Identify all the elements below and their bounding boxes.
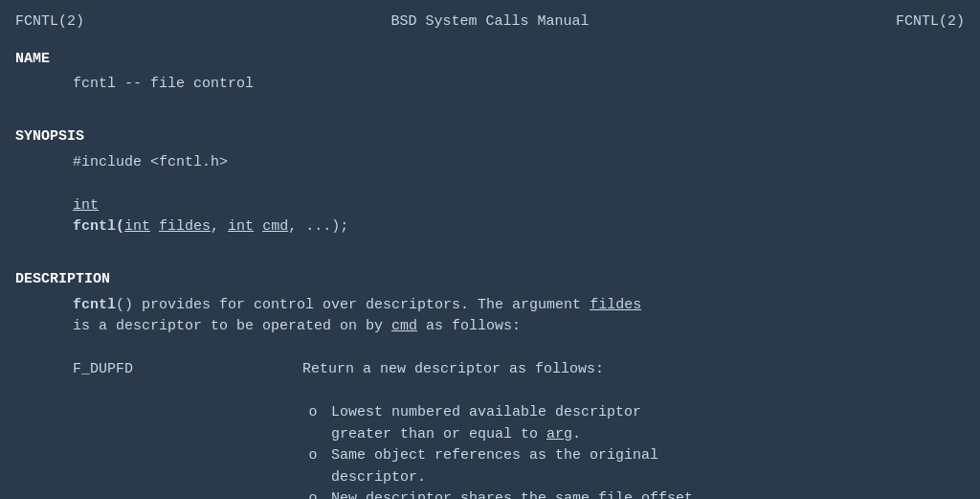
bullet-2-text2: descriptor.: [331, 467, 426, 489]
bullet-2: o Same object references as the original…: [302, 445, 965, 488]
synopsis-label: SYNOPSIS: [15, 126, 965, 148]
bullet-3: o New descriptor shares the same file of…: [302, 488, 965, 499]
header-left: FCNTL(2): [15, 11, 84, 34]
name-content: fcntl -- file control: [73, 74, 965, 96]
bullet-3-marker: o: [302, 488, 331, 499]
f-dupfd-desc: Return a new descriptor as follows:: [302, 359, 604, 381]
f-dupfd-label: F_DUPFD: [73, 359, 302, 381]
bullet-1-marker: o: [302, 402, 331, 424]
bullet-2-line1: o Same object references as the original: [302, 445, 965, 467]
name-label: NAME: [15, 49, 965, 71]
manual-header: FCNTL(2) BSD System Calls Manual FCNTL(2…: [15, 11, 965, 34]
bullet-1-arg: arg: [546, 426, 572, 442]
bullet-1-text1: Lowest numbered available descriptor: [331, 402, 641, 424]
bullet-3-line1: o New descriptor shares the same file of…: [302, 488, 965, 499]
bullet-2-line2: descriptor.: [302, 467, 965, 489]
description-line2: is a descriptor to be operated on by cmd…: [73, 316, 965, 338]
bullet-1-text2: greater than or equal to arg.: [331, 424, 581, 446]
bullet-1-line2: greater than or equal to arg.: [302, 424, 965, 446]
bullet-3-text1: New descriptor shares the same file offs…: [331, 488, 693, 499]
f-dupfd-row: F_DUPFD Return a new descriptor as follo…: [73, 359, 965, 381]
description-section: DESCRIPTION fcntl() provides for control…: [15, 269, 965, 499]
synopsis-return-type: int: [73, 195, 965, 217]
bullet-2-marker: o: [302, 445, 331, 467]
synopsis-include: #include <fcntl.h>: [73, 152, 965, 174]
bullet-1-line1: o Lowest numbered available descriptor: [302, 402, 965, 424]
name-section: NAME fcntl -- file control: [15, 49, 965, 96]
description-line1: fcntl() provides for control over descri…: [73, 295, 965, 317]
header-center: BSD System Calls Manual: [390, 11, 589, 34]
description-label: DESCRIPTION: [15, 269, 965, 291]
bullet-2-text1: Same object references as the original: [331, 445, 658, 467]
synopsis-signature: fcntl(int fildes, int cmd, ...);: [73, 216, 965, 238]
header-right: FCNTL(2): [896, 11, 965, 34]
synopsis-section: SYNOPSIS #include <fcntl.h> int fcntl(in…: [15, 126, 965, 238]
bullet-1: o Lowest numbered available descriptor g…: [302, 402, 965, 445]
